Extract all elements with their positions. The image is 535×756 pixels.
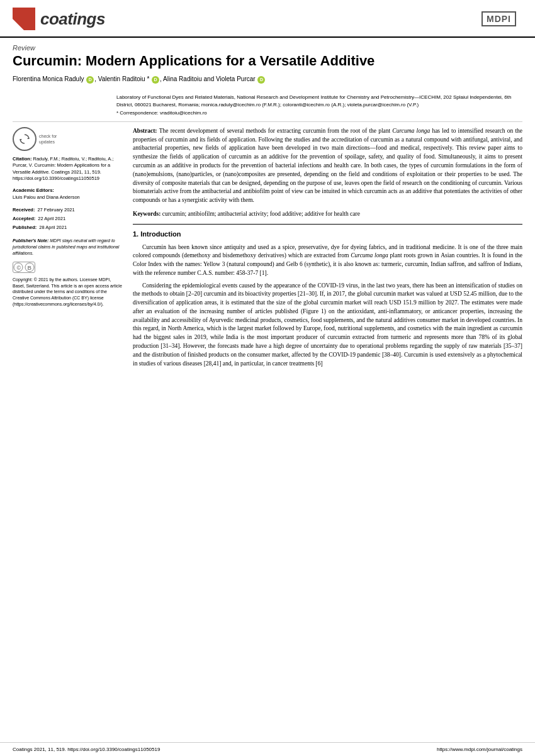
- svg-text:B: B: [28, 264, 32, 270]
- journal-logo-icon: [13, 8, 35, 30]
- article-type: Review: [13, 44, 522, 52]
- published-value: 28 April 2021: [39, 225, 67, 231]
- creative-commons-icon: © B: [13, 262, 35, 272]
- citation-section: Citation: Raduly, F.M.; Raditoiu, V.; Ra…: [13, 156, 123, 182]
- editors-section: Academic Editors: Lluis Palou and Diana …: [13, 187, 123, 201]
- journal-name: coatings: [40, 9, 105, 29]
- cc-badge: © B: [13, 262, 123, 273]
- publishers-note-section: Publisher's Note: MDPI stays neutral wit…: [13, 238, 123, 256]
- intro-p2: Considering the epidemiological events c…: [133, 282, 522, 369]
- orcid-icon-3: D: [257, 76, 265, 84]
- divider-1: [13, 121, 522, 122]
- correspondence: * Correspondence: vraditoiu@icechim.ro: [116, 109, 522, 116]
- section-divider: [133, 224, 522, 225]
- received-label: Received:: [13, 207, 35, 213]
- article-title: Curcumin: Modern Applications for a Vers…: [13, 53, 522, 69]
- check-updates-section: check for updates: [13, 127, 123, 151]
- received-value: 27 February 2021: [37, 207, 74, 214]
- abstract-text: The recent development of several method…: [133, 128, 522, 203]
- keywords-block: Keywords: curcumin; antibiofilm; antibac…: [133, 210, 522, 219]
- authors-line: Florentina Monica Raduly D, Valentin Rad…: [13, 74, 522, 84]
- academic-editors-label: Academic Editors:: [13, 187, 123, 193]
- author-raditoiu-a: Alina Raditoiu and Violeta Purcar: [163, 75, 256, 82]
- check-updates-text: check for updates: [39, 133, 57, 145]
- citation-label: Citation:: [13, 156, 31, 162]
- intro-heading: 1. Introduction: [133, 230, 522, 240]
- article-header: Review Curcumin: Modern Applications for…: [0, 38, 535, 94]
- article-body: Abstract: The recent development of seve…: [133, 127, 522, 372]
- copyright-text: Copyright: © 2021 by the authors. Licens…: [13, 277, 123, 308]
- cc-icon: © B: [13, 262, 35, 273]
- intro-p1: Curcumin has been known since antiquity …: [133, 243, 522, 278]
- affiliation-box: Laboratory of Functional Dyes and Relate…: [116, 94, 522, 116]
- header-left: coatings: [13, 8, 105, 30]
- orcid-icon-1: D: [86, 76, 94, 84]
- dates-section: Received: 27 February 2021 Accepted: 22 …: [13, 207, 123, 231]
- update-arrows-icon: [19, 133, 30, 145]
- accepted-label: Accepted:: [13, 216, 35, 221]
- abstract-block: Abstract: The recent development of seve…: [133, 127, 522, 205]
- orcid-icon-2: D: [152, 76, 159, 84]
- footer-right: https://www.mdpi.com/journal/coatings: [437, 747, 522, 752]
- check-updates-circle: [13, 127, 37, 151]
- published-label: Published:: [13, 225, 37, 230]
- author-raduly: Florentina Monica Raduly: [13, 75, 84, 82]
- sidebar: check for updates Citation: Raduly, F.M.…: [13, 127, 123, 372]
- keywords-label: Keywords:: [133, 211, 162, 217]
- affiliation-text: Laboratory of Functional Dyes and Relate…: [116, 94, 522, 108]
- page: coatings MDPI Review Curcumin: Modern Ap…: [0, 0, 535, 756]
- accepted-value: 22 April 2021: [38, 216, 65, 223]
- author-raditoiu-v: Valentin Raditoiu *: [98, 75, 150, 82]
- two-col-layout: check for updates Citation: Raduly, F.M.…: [0, 127, 535, 372]
- publishers-note-label: Publisher's Note:: [13, 238, 48, 243]
- keywords-text: curcumin; antibiofilm; antibacterial act…: [162, 211, 360, 217]
- svg-text:©: ©: [17, 264, 21, 270]
- footer: Coatings 2021, 11, 519. https://doi.org/…: [0, 742, 535, 756]
- academic-editors-value: Lluis Palou and Diana Anderson: [13, 194, 123, 201]
- mdpi-logo: MDPI: [482, 11, 516, 26]
- header: coatings MDPI: [0, 0, 535, 38]
- footer-left: Coatings 2021, 11, 519. https://doi.org/…: [13, 747, 160, 752]
- abstract-label: Abstract:: [133, 128, 159, 134]
